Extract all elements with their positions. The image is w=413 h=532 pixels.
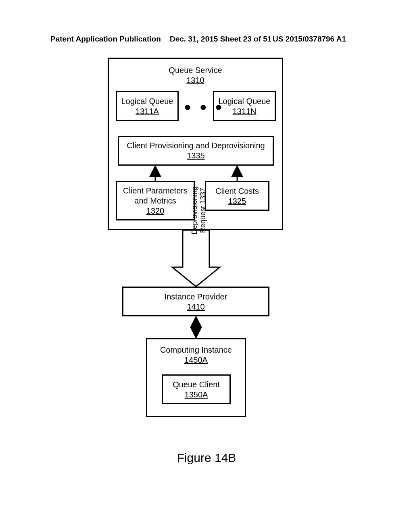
deprov-request-ref: 1337 bbox=[199, 188, 207, 204]
computing-instance-label: Computing Instance 1450A bbox=[147, 345, 245, 365]
queue-client-box: Queue Client 1350A bbox=[162, 374, 231, 404]
queue-client-title: Queue Client bbox=[173, 380, 220, 389]
deprov-request-sub: Request bbox=[199, 206, 207, 233]
queue-client-ref: 1350A bbox=[185, 390, 208, 399]
queue-client-label: Queue Client 1350A bbox=[163, 380, 229, 400]
instance-provider-title: Instance Provider bbox=[165, 292, 227, 301]
page: Patent Application Publication Dec. 31, … bbox=[0, 0, 413, 532]
computing-instance-ref: 1450A bbox=[184, 355, 208, 364]
figure-caption: Figure 14B bbox=[0, 451, 413, 465]
instance-provider-box: Instance Provider 1410 bbox=[122, 287, 269, 316]
instance-provider-label: Instance Provider 1410 bbox=[123, 292, 268, 312]
computing-instance-title: Computing Instance bbox=[160, 345, 232, 354]
deprov-request-title: Deprovisioning bbox=[190, 186, 198, 234]
instance-provider-ref: 1410 bbox=[187, 302, 205, 311]
deprov-request-label: Deprovisioning Request 1337 bbox=[190, 186, 207, 235]
